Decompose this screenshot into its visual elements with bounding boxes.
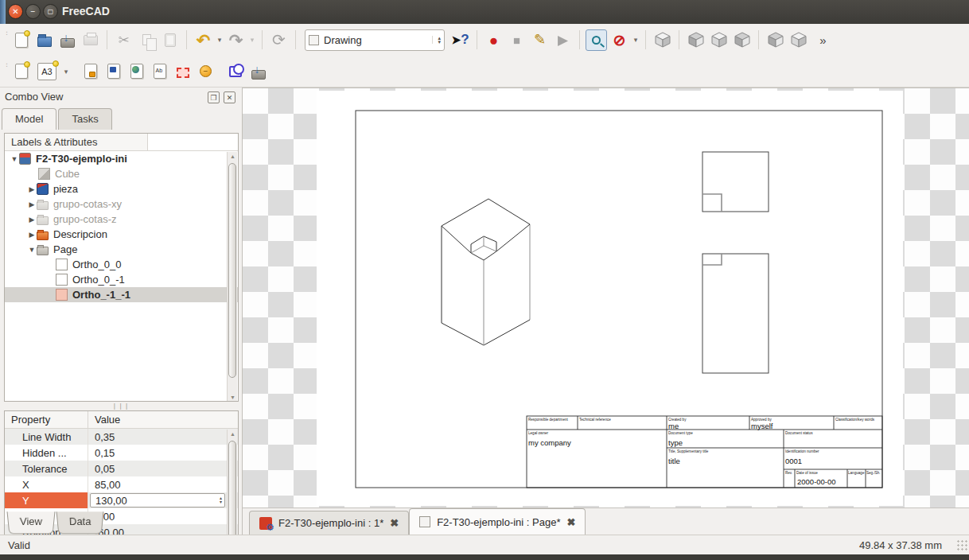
toolbar-overflow-button[interactable]: » [812, 29, 834, 51]
window-minimize-button[interactable]: − [25, 4, 41, 19]
undo-button[interactable]: ↶ [193, 29, 214, 51]
property-row[interactable]: Tolerance 0,05 [5, 461, 238, 476]
redo-button[interactable]: ↷ [225, 29, 247, 51]
property-row-selected[interactable]: Y 130,00 ▴▾ [5, 492, 238, 508]
clip-group-button[interactable] [172, 60, 193, 82]
resize-grip[interactable] [956, 539, 967, 550]
view-axonometric-button[interactable] [652, 29, 673, 51]
property-value-editor[interactable]: 130,00 ▴▾ [88, 492, 238, 508]
collapsed-arrow-icon[interactable]: ▶ [27, 185, 37, 193]
expanded-arrow-icon[interactable]: ▼ [10, 155, 19, 163]
draft-to-drawing-button[interactable] [224, 60, 246, 82]
paste-button[interactable] [159, 29, 181, 51]
property-row[interactable]: Line Width 0,35 [5, 429, 238, 445]
close-icon: ✕ [227, 94, 233, 102]
document-tab-3d[interactable]: F2-T30-ejemplo-ini : 1* ✖ [249, 511, 409, 535]
drawing-viewport[interactable]: Responsible department Technical referen… [243, 88, 969, 508]
tree-item-ortho-0-0[interactable]: Ortho_0_0 [5, 257, 238, 272]
freecad-app-icon [259, 517, 272, 530]
property-value[interactable]: 0,05 [88, 461, 238, 476]
tree-item-ortho--1--1[interactable]: Ortho_-1_-1 [5, 287, 238, 302]
page-template-button[interactable]: A3 [33, 60, 60, 82]
panel-float-button[interactable]: ❐ [208, 91, 220, 103]
scrollbar-thumb[interactable] [228, 163, 236, 378]
spinbox-value[interactable]: 130,00 [95, 495, 127, 507]
undo-dropdown[interactable]: ▾ [216, 36, 224, 44]
property-value[interactable]: 0,15 [88, 445, 238, 461]
value-spinbox[interactable]: 130,00 ▴▾ [90, 493, 225, 508]
open-file-button[interactable] [33, 29, 55, 51]
collapsed-arrow-icon[interactable]: ▶ [27, 200, 37, 208]
value-identification-number: 0001 [785, 457, 802, 465]
annotation-button[interactable]: Ab [149, 60, 170, 82]
tree-item-page[interactable]: ▼ Page [5, 242, 238, 257]
scroll-up-icon[interactable]: ▲ [228, 154, 238, 159]
draft-view-button[interactable] [126, 60, 147, 82]
redo-dropdown[interactable]: ▾ [248, 36, 256, 44]
macro-stop-button[interactable]: ■ [506, 29, 527, 51]
view-rear-button[interactable] [765, 29, 786, 51]
spinbox-arrows[interactable]: ▴▾ [217, 496, 224, 504]
macro-edit-button[interactable]: ✎ [529, 29, 551, 51]
combo-view-panel: Combo View ❐ ✕ Model Tasks Labels & Attr… [0, 88, 243, 535]
panel-splitter[interactable]: ❘❘❘ [0, 404, 242, 410]
save-button[interactable]: ↓ [56, 29, 78, 51]
window-close-button[interactable]: ✕ [8, 4, 23, 19]
new-file-button[interactable] [10, 29, 32, 51]
close-tab-icon[interactable]: ✖ [566, 516, 575, 528]
view-top-button[interactable] [708, 29, 730, 51]
workbench-selector[interactable]: Drawing ▴▾ [305, 29, 445, 51]
tree-item-ortho-0--1[interactable]: Ortho_0_-1 [5, 272, 238, 287]
template-dropdown[interactable]: ▾ [62, 68, 70, 76]
tree-item-cube[interactable]: Cube [5, 166, 238, 181]
panel-close-button[interactable]: ✕ [224, 91, 235, 103]
property-value[interactable]: 0,35 [88, 429, 238, 445]
refresh-button[interactable]: ⟳ [268, 29, 290, 51]
property-row[interactable]: Hidden ... 0,15 [5, 445, 238, 461]
expanded-arrow-icon[interactable]: ▼ [27, 246, 37, 254]
collapsed-arrow-icon[interactable]: ▶ [27, 231, 37, 239]
draw-style-button[interactable]: ⊘ [609, 29, 630, 51]
tree-item-descripcion[interactable]: ▶ Descripcion [5, 227, 238, 242]
insert-ortho-views-button[interactable] [103, 60, 124, 82]
view-bottom-button[interactable] [788, 29, 809, 51]
fit-all-button[interactable] [586, 29, 607, 51]
tab-tasks[interactable]: Tasks [58, 108, 111, 130]
combo-spinner[interactable]: ▴▾ [432, 36, 441, 44]
new-page-button[interactable] [10, 60, 32, 82]
export-page-button[interactable]: ↓ [247, 60, 269, 82]
symbol-button[interactable]: − [195, 60, 216, 82]
toolbar-handle[interactable]: ⋮⋮⋮ [3, 62, 9, 81]
window-maximize-button[interactable]: ▢ [43, 4, 58, 19]
whats-this-button[interactable]: ➤? [449, 29, 471, 51]
scroll-down-icon[interactable]: ▼ [228, 395, 238, 400]
tab-data[interactable]: Data [56, 511, 103, 534]
annotation-glyph: Ab [156, 68, 163, 73]
copy-button[interactable] [136, 29, 158, 51]
toolbar-handle[interactable]: ⋮⋮⋮ [3, 30, 9, 49]
tab-view[interactable]: View [7, 511, 56, 534]
close-tab-icon[interactable]: ✖ [390, 517, 399, 529]
tree-item-document[interactable]: ▼ F2-T30-ejemplo-ini [5, 151, 238, 166]
draw-style-dropdown[interactable]: ▾ [632, 36, 640, 44]
view-right-button[interactable] [731, 29, 753, 51]
property-row[interactable]: X 85,00 [5, 476, 238, 492]
tree-scrollbar[interactable]: ▲ ▼ [227, 152, 237, 402]
macro-run-button[interactable]: ▶ [552, 29, 574, 51]
titlebar[interactable]: ✕ − ▢ FreeCAD [0, 0, 969, 24]
tree-item-grupo-cotas-z[interactable]: ▶ grupo-cotas-z [5, 212, 238, 227]
cut-button[interactable]: ✂ [113, 29, 134, 51]
collapsed-arrow-icon[interactable]: ▶ [27, 216, 37, 224]
print-button[interactable] [80, 29, 101, 51]
scroll-up-icon[interactable]: ▲ [228, 431, 238, 437]
macro-record-button[interactable]: ● [483, 29, 504, 51]
tree-item-grupo-cotas-xy[interactable]: ▶ grupo-cotas-xy [5, 196, 238, 212]
view-front-button[interactable] [685, 29, 706, 51]
value-approved-by: myself [751, 422, 773, 430]
tree-item-pieza[interactable]: ▶ pieza [5, 181, 238, 196]
bottom-cube-icon [789, 30, 808, 49]
document-tab-page[interactable]: F2-T30-ejemplo-ini : Page* ✖ [409, 508, 586, 535]
tab-model[interactable]: Model [2, 108, 56, 130]
property-value[interactable]: 85,00 [88, 476, 238, 492]
insert-view-button[interactable] [80, 60, 101, 82]
